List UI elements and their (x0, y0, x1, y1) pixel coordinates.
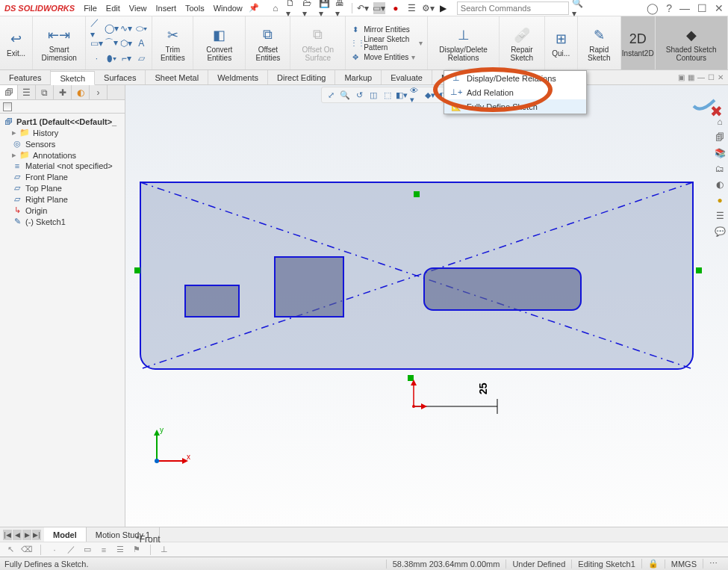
nav-first-icon[interactable]: |◀ (3, 530, 12, 540)
graphics-area[interactable]: 25 ✖ ⌂ 🗐 📚 🗂 ◐ ● ☰ 💬 y x (125, 85, 728, 527)
help-icon[interactable]: ? (666, 2, 672, 14)
search-glass-icon[interactable]: 🔍▾ (572, 2, 584, 14)
menu-file[interactable]: File (84, 4, 97, 13)
tab-model[interactable]: Model (44, 527, 87, 542)
nav-last-icon[interactable]: ▶| (32, 530, 41, 540)
taskpane-home-icon[interactable]: ⌂ (713, 115, 727, 128)
view-orient-icon[interactable]: ⬚ (382, 89, 393, 101)
status-overflow-icon[interactable]: ⋯ (703, 559, 724, 569)
property-manager-tab-icon[interactable]: ☰ (18, 85, 36, 99)
filter-cursor-icon[interactable]: ↖ (4, 544, 16, 556)
undo-icon[interactable]: ↶▾ (357, 2, 369, 14)
tree-top-plane[interactable]: ▱Top Plane (1, 182, 123, 193)
ellipse-icon[interactable]: ⬮▾ (105, 52, 117, 64)
menu-tools[interactable]: Tools (185, 4, 205, 13)
filter-clear-icon[interactable]: ⌫ (21, 544, 33, 556)
filter-lines-icon[interactable]: ≡ (98, 544, 110, 556)
instant2d-button[interactable]: 2DInstant2D (621, 16, 656, 69)
menu-fully-define-sketch[interactable]: 📐Fully Define Sketch (444, 99, 586, 114)
exit-sketch-button[interactable]: ↩Exit... (0, 16, 33, 69)
menu-edit[interactable]: Edit (106, 4, 120, 13)
plane-icon[interactable]: ▱ (135, 52, 147, 64)
offset-entities-button[interactable]: ⧉Offset Entities (246, 16, 290, 69)
fillet-icon[interactable]: ⌐▾ (120, 52, 132, 64)
options-icon[interactable]: ☰ (406, 2, 418, 14)
taskpane-resources-icon[interactable]: 🗐 (713, 131, 727, 144)
linear-pattern-button[interactable]: ⋮⋮Linear Sketch Pattern▾ (350, 35, 423, 52)
menu-add-relation[interactable]: ⊥+Add Relation (444, 85, 586, 99)
display-manager-tab-icon[interactable]: ◐ (72, 85, 90, 99)
circle-icon[interactable]: ◯▾ (105, 22, 117, 34)
tree-front-plane[interactable]: ▱Front Plane (1, 171, 123, 182)
tree-origin[interactable]: ↳Origin (1, 205, 123, 216)
convert-entities-button[interactable]: ◧Convert Entities (193, 16, 246, 69)
tree-root[interactable]: 🗊Part1 (Default<<Default>_ (1, 117, 123, 127)
feature-tree-tab-icon[interactable]: 🗊 (0, 85, 18, 99)
filter-edge-icon[interactable]: ／ (65, 544, 77, 556)
status-units[interactable]: MMGS (665, 560, 703, 569)
doc-tile-icon[interactable]: ▦ (688, 73, 694, 81)
slot-icon[interactable]: ⬭▾ (135, 22, 147, 34)
taskpane-view-icon[interactable]: ◐ (713, 178, 727, 191)
taskpane-appearance-icon[interactable]: ● (713, 193, 727, 207)
relation-handle-right[interactable] (696, 267, 702, 273)
menu-window[interactable]: Window (214, 4, 243, 13)
rectangle-icon[interactable]: ▭▾ (90, 37, 102, 49)
menu-view[interactable]: View (129, 4, 147, 13)
quick-snaps-button[interactable]: ⊞Qui... (545, 16, 578, 69)
search-commands[interactable] (457, 1, 569, 15)
doc-cascade-icon[interactable]: ▣ (678, 73, 685, 81)
mirror-entities-button[interactable]: ⬍Mirror Entities (350, 25, 423, 34)
doc-close-icon[interactable]: ✕ (718, 73, 724, 81)
status-lock-icon[interactable]: 🔒 (641, 559, 665, 569)
point-icon[interactable]: · (90, 52, 102, 64)
mid-square[interactable] (275, 257, 343, 317)
tab-sketch[interactable]: Sketch (51, 71, 95, 85)
appearance-icon[interactable]: ◆▾ (424, 89, 436, 101)
dimension-d1[interactable]: 25 (477, 382, 489, 394)
repair-sketch-button[interactable]: 🩹Repair Sketch (500, 16, 545, 69)
filter-icon[interactable] (3, 102, 12, 111)
taskpane-library-icon[interactable]: 📚 (713, 146, 727, 160)
filter-flag-icon[interactable]: ⚑ (131, 544, 143, 556)
spline-icon[interactable]: ∿▾ (120, 22, 132, 34)
tab-evaluate[interactable]: Evaluate (382, 70, 432, 84)
relation-handle-bottom[interactable] (408, 375, 414, 381)
nav-prev-icon[interactable]: ◀ (13, 530, 22, 540)
shaded-sketch-contours-button[interactable]: ◆Shaded Sketch Contours (656, 16, 729, 69)
save-icon[interactable]: 💾▾ (319, 2, 331, 14)
prev-view-icon[interactable]: ↺ (353, 89, 365, 101)
smart-dimension-button[interactable]: ⇤⇥Smart Dimension (33, 16, 86, 69)
polygon-icon[interactable]: ⬡▾ (120, 37, 132, 49)
play-icon[interactable]: ▶ (438, 2, 449, 14)
tab-direct-editing[interactable]: Direct Editing (268, 70, 335, 84)
trim-entities-button[interactable]: ✂Trim Entities (152, 16, 193, 69)
feature-filter-bar[interactable] (0, 100, 125, 114)
tree-material[interactable]: ≡Material <not specified> (1, 161, 123, 171)
minimize-icon[interactable]: — (679, 2, 690, 14)
section-view-icon[interactable]: ◫ (367, 89, 379, 101)
line-icon[interactable]: ／▾ (90, 22, 102, 34)
doc-minimize-icon[interactable]: — (697, 73, 705, 81)
relation-handle-top[interactable] (414, 191, 420, 197)
new-icon[interactable]: 🗋▾ (286, 2, 298, 14)
tree-sensors[interactable]: ◎Sensors (1, 138, 123, 149)
config-manager-tab-icon[interactable]: ⧉ (36, 85, 54, 99)
settings-icon[interactable]: ⚙▾ (423, 2, 435, 14)
doc-maximize-icon[interactable]: ☐ (708, 73, 715, 81)
tab-weldments[interactable]: Weldments (208, 70, 268, 84)
filter-more-icon[interactable]: ⊥ (158, 544, 170, 556)
arc-icon[interactable]: ⌒▾ (105, 37, 117, 49)
nav-next-icon[interactable]: ▶ (22, 530, 31, 540)
filter-vertex-icon[interactable]: · (49, 544, 60, 556)
taskpane-forum-icon[interactable]: 💬 (713, 225, 727, 238)
user-icon[interactable]: ◯ (647, 2, 659, 14)
zoom-area-icon[interactable]: 🔍 (339, 89, 351, 101)
hide-show-icon[interactable]: 👁▾ (410, 89, 422, 101)
offset-on-surface-button[interactable]: ⧉Offset On Surface (290, 16, 346, 69)
sketch-canvas[interactable]: 25 (125, 85, 728, 527)
pin-icon[interactable]: 📌 (249, 3, 259, 13)
filter-misc-icon[interactable]: ☰ (114, 544, 126, 556)
menu-display-delete-relations[interactable]: ⊥Display/Delete Relations (444, 71, 586, 85)
select-icon[interactable]: ▭▾ (373, 2, 385, 14)
